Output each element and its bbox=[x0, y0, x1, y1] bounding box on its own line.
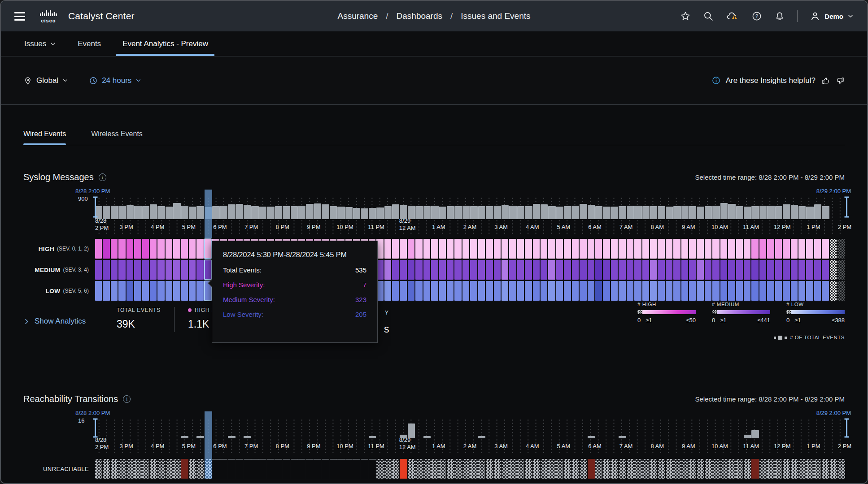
overview-bar[interactable] bbox=[611, 207, 618, 219]
heatmap-cell[interactable] bbox=[751, 260, 758, 280]
unreachable-cell[interactable] bbox=[759, 459, 767, 479]
heatmap-cell[interactable] bbox=[783, 260, 789, 280]
heatmap-cell[interactable] bbox=[697, 239, 703, 259]
overview-bar[interactable] bbox=[384, 206, 392, 219]
unreachable-cell[interactable] bbox=[658, 459, 665, 479]
overview-bar[interactable] bbox=[212, 206, 219, 219]
unreachable-cell[interactable] bbox=[283, 459, 290, 479]
selection-band[interactable] bbox=[205, 411, 212, 459]
heatmap-cell[interactable] bbox=[611, 239, 618, 259]
heatmap-cell[interactable] bbox=[509, 239, 516, 259]
unreachable-cell[interactable] bbox=[196, 459, 204, 479]
unreachable-cell[interactable] bbox=[126, 459, 134, 479]
heatmap-cell[interactable] bbox=[673, 281, 680, 301]
heatmap-cell[interactable] bbox=[142, 260, 149, 280]
heatmap-cell[interactable] bbox=[205, 239, 211, 259]
heatmap-cell[interactable] bbox=[486, 260, 493, 280]
unreachable-cell[interactable] bbox=[369, 459, 376, 479]
heatmap-cell[interactable] bbox=[517, 260, 524, 280]
unreachable-cell[interactable] bbox=[306, 459, 313, 479]
heatmap-cell[interactable] bbox=[603, 239, 610, 259]
heatmap-cell[interactable] bbox=[173, 281, 180, 301]
heatmap-cell[interactable] bbox=[744, 260, 750, 280]
heatmap-cell[interactable] bbox=[541, 239, 547, 259]
heatmap-cell[interactable] bbox=[494, 239, 501, 259]
subtab-wireless-events[interactable]: Wireless Events bbox=[91, 130, 143, 145]
heatmap-cell[interactable] bbox=[767, 239, 774, 259]
unreachable-cell[interactable] bbox=[259, 459, 266, 479]
overview-bar[interactable] bbox=[751, 206, 759, 219]
overview-bar[interactable] bbox=[166, 207, 173, 219]
heatmap-cell[interactable] bbox=[775, 260, 782, 280]
heatmap-cell[interactable] bbox=[509, 260, 516, 280]
overview-bar[interactable] bbox=[705, 206, 712, 219]
heatmap-cell[interactable] bbox=[173, 260, 180, 280]
unreachable-cell[interactable] bbox=[314, 459, 321, 479]
user-menu[interactable]: Demo bbox=[810, 11, 854, 22]
heatmap-cell[interactable] bbox=[462, 260, 469, 280]
tab-issues[interactable]: Issues bbox=[18, 39, 62, 56]
unreachable-cell[interactable] bbox=[720, 459, 728, 479]
unreachable-cell[interactable] bbox=[322, 459, 329, 479]
heatmap-cell[interactable] bbox=[689, 260, 696, 280]
heatmap-cell[interactable] bbox=[822, 239, 829, 259]
overview-bar[interactable] bbox=[634, 206, 641, 219]
unreachable-cell[interactable] bbox=[814, 459, 821, 479]
unreachable-cell[interactable] bbox=[447, 459, 454, 479]
overview-bar[interactable] bbox=[751, 430, 759, 438]
heatmap-cell[interactable] bbox=[548, 239, 555, 259]
heatmap-cell[interactable] bbox=[525, 239, 532, 259]
unreachable-cell[interactable] bbox=[736, 459, 743, 479]
unreachable-cell[interactable] bbox=[291, 459, 298, 479]
unreachable-cell[interactable] bbox=[689, 459, 696, 479]
heatmap-cell[interactable] bbox=[423, 239, 430, 259]
heatmap-cell[interactable] bbox=[196, 281, 203, 301]
heatmap-cell[interactable] bbox=[736, 239, 743, 259]
heatmap-cell[interactable] bbox=[603, 281, 610, 301]
heatmap-cell[interactable] bbox=[767, 281, 774, 301]
unreachable-cell[interactable] bbox=[525, 459, 532, 479]
heatmap-cell[interactable] bbox=[751, 281, 758, 301]
heatmap-cell[interactable] bbox=[712, 260, 719, 280]
overview-bar[interactable] bbox=[666, 207, 673, 219]
heatmap-cell[interactable] bbox=[775, 281, 782, 301]
heatmap-cell[interactable] bbox=[728, 239, 735, 259]
unreachable-cell[interactable] bbox=[111, 459, 118, 479]
unreachable-cell[interactable] bbox=[408, 459, 415, 479]
overview-bar[interactable] bbox=[759, 206, 767, 219]
heatmap-cell[interactable] bbox=[392, 239, 399, 259]
unreachable-cell[interactable] bbox=[564, 459, 571, 479]
star-icon[interactable] bbox=[680, 11, 691, 22]
unreachable-cell[interactable] bbox=[400, 459, 407, 479]
heatmap-cell[interactable] bbox=[431, 260, 438, 280]
heatmap-cell[interactable] bbox=[634, 260, 641, 280]
heatmap-cell[interactable] bbox=[95, 281, 102, 301]
range-handle-right[interactable] bbox=[843, 418, 850, 440]
unreachable-cell[interactable] bbox=[673, 459, 680, 479]
heatmap-cell[interactable] bbox=[126, 281, 133, 301]
heatmap-cell[interactable] bbox=[470, 260, 477, 280]
unreachable-cell[interactable] bbox=[181, 459, 188, 479]
unreachable-cell[interactable] bbox=[470, 459, 477, 479]
overview-bar[interactable] bbox=[275, 206, 282, 219]
heatmap-cell[interactable] bbox=[783, 281, 789, 301]
unreachable-cell[interactable] bbox=[837, 459, 845, 479]
overview-bar[interactable] bbox=[423, 206, 431, 219]
unreachable-cell[interactable] bbox=[251, 459, 258, 479]
overview-bar[interactable] bbox=[462, 206, 470, 219]
heatmap-cell[interactable] bbox=[572, 281, 579, 301]
heatmap-cell[interactable] bbox=[166, 281, 172, 301]
overview-bar[interactable] bbox=[478, 206, 485, 219]
overview-bar[interactable] bbox=[689, 206, 696, 219]
heatmap-cell[interactable] bbox=[822, 260, 829, 280]
unreachable-cell[interactable] bbox=[423, 459, 431, 479]
overview-bar[interactable] bbox=[564, 206, 571, 219]
heatmap-cell[interactable] bbox=[134, 260, 141, 280]
heatmap-cell[interactable] bbox=[502, 260, 508, 280]
heatmap-cell[interactable] bbox=[478, 281, 485, 301]
show-analytics-button[interactable]: Show Analytics bbox=[23, 317, 117, 326]
unreachable-cell[interactable] bbox=[462, 459, 470, 479]
heatmap-cell[interactable] bbox=[666, 281, 672, 301]
heatmap-cell[interactable] bbox=[166, 239, 172, 259]
heatmap-cell[interactable] bbox=[650, 239, 657, 259]
